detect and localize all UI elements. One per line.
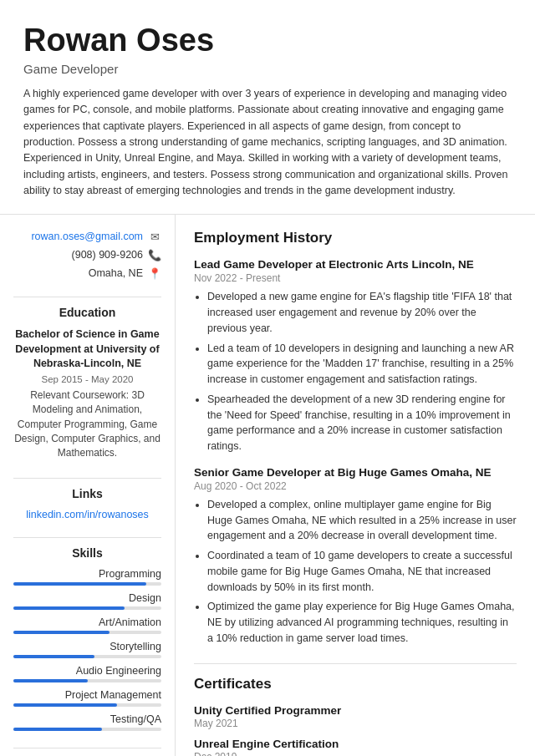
skill-item: Programming bbox=[13, 568, 161, 586]
linkedin-link[interactable]: linkedin.com/in/rowanoses bbox=[26, 509, 149, 520]
skill-bar-bg bbox=[13, 582, 161, 586]
cert-title: Unity Certified Programmer bbox=[194, 704, 517, 717]
job-bullets: Developed a new game engine for EA's fla… bbox=[194, 289, 517, 454]
skill-label: Design bbox=[13, 592, 161, 604]
phone-number: (908) 909-9206 bbox=[72, 249, 143, 261]
divider-1 bbox=[13, 297, 161, 297]
skill-bar-fill bbox=[13, 679, 88, 682]
skill-bar-fill bbox=[13, 655, 94, 658]
job-bullets: Developed a complex, online multiplayer … bbox=[194, 497, 517, 647]
employment-section: Employment History Lead Game Developer a… bbox=[194, 230, 517, 646]
phone-icon: 📞 bbox=[148, 248, 161, 261]
education-dates: Sep 2015 - May 2020 bbox=[13, 374, 161, 384]
skill-bar-bg bbox=[13, 703, 161, 707]
skills-list: Programming Design Art/Animation Storyte… bbox=[13, 568, 161, 731]
skill-bar-bg bbox=[13, 606, 161, 610]
sidebar: rowan.oses@gmail.com ✉ (908) 909-9206 📞 … bbox=[0, 215, 176, 756]
skill-bar-fill bbox=[13, 703, 117, 707]
divider-main-1 bbox=[194, 663, 517, 664]
skill-bar-fill bbox=[13, 582, 146, 586]
skill-item: Storytelling bbox=[13, 641, 161, 658]
job-bullet: Led a team of 10 developers in designing… bbox=[207, 341, 517, 388]
contact-location: Omaha, NE 📍 bbox=[13, 266, 161, 280]
contact-email: rowan.oses@gmail.com ✉ bbox=[13, 230, 161, 243]
location-icon: 📍 bbox=[148, 266, 161, 280]
job-entry: Lead Game Developer at Electronic Arts L… bbox=[194, 258, 517, 454]
contact-section: rowan.oses@gmail.com ✉ (908) 909-9206 📞 … bbox=[13, 230, 161, 280]
contact-phone: (908) 909-9206 📞 bbox=[13, 248, 161, 261]
candidate-summary: A highly experienced game developer with… bbox=[23, 86, 512, 200]
skills-title: Skills bbox=[13, 546, 161, 560]
job-dates: Nov 2022 - Present bbox=[194, 272, 517, 284]
divider-3 bbox=[13, 537, 161, 538]
skill-label: Storytelling bbox=[13, 641, 161, 652]
body-layout: rowan.oses@gmail.com ✉ (908) 909-9206 📞 … bbox=[0, 215, 535, 756]
skill-label: Programming bbox=[13, 568, 161, 580]
employment-title: Employment History bbox=[194, 230, 517, 250]
job-entry: Senior Game Developer at Big Huge Games … bbox=[194, 466, 517, 647]
skill-item: Art/Animation bbox=[13, 616, 161, 634]
job-bullet: Developed a new game engine for EA's fla… bbox=[207, 289, 517, 336]
divider-2 bbox=[13, 478, 161, 479]
cert-date: May 2021 bbox=[194, 718, 517, 729]
skill-bar-bg bbox=[13, 728, 161, 731]
linkedin-link-container: linkedin.com/in/rowanoses bbox=[13, 509, 161, 520]
job-title: Lead Game Developer at Electronic Arts L… bbox=[194, 258, 517, 271]
skill-bar-bg bbox=[13, 655, 161, 658]
education-section: Education Bachelor of Science in Game De… bbox=[13, 306, 161, 460]
certs-section: Certificates Unity Certified Programmer … bbox=[194, 676, 517, 756]
job-bullet: Spearheaded the development of a new 3D … bbox=[207, 392, 517, 454]
header-section: Rowan Oses Game Developer A highly exper… bbox=[0, 0, 535, 215]
job-bullet: Optimized the game play experience for B… bbox=[207, 599, 517, 646]
skill-item: Project Management bbox=[13, 689, 161, 707]
skill-item: Design bbox=[13, 592, 161, 610]
skill-item: Testing/QA bbox=[13, 713, 161, 731]
cert-date: Dec 2019 bbox=[194, 751, 517, 756]
links-title: Links bbox=[13, 487, 161, 500]
education-title: Education bbox=[13, 306, 161, 319]
cert-entry: Unreal Engine Certification Dec 2019 bbox=[194, 738, 517, 756]
skill-bar-bg bbox=[13, 679, 161, 682]
certs-list: Unity Certified Programmer May 2021 Unre… bbox=[194, 704, 517, 756]
education-coursework: Relevant Coursework: 3D Modeling and Ani… bbox=[13, 388, 161, 461]
job-bullet: Coordinated a team of 10 game developers… bbox=[207, 548, 517, 595]
education-degree: Bachelor of Science in Game Development … bbox=[13, 327, 161, 372]
email-link[interactable]: rowan.oses@gmail.com bbox=[31, 231, 143, 242]
candidate-title: Game Developer bbox=[23, 62, 512, 76]
skill-label: Art/Animation bbox=[13, 616, 161, 628]
email-icon: ✉ bbox=[148, 230, 161, 243]
skill-label: Testing/QA bbox=[13, 713, 161, 725]
employment-list: Lead Game Developer at Electronic Arts L… bbox=[194, 258, 517, 646]
resume-wrapper: Rowan Oses Game Developer A highly exper… bbox=[0, 0, 535, 756]
main-content: Employment History Lead Game Developer a… bbox=[176, 215, 535, 756]
skill-bar-fill bbox=[13, 606, 125, 610]
certs-title: Certificates bbox=[194, 676, 517, 696]
candidate-name: Rowan Oses bbox=[23, 23, 512, 58]
skill-label: Audio Engineering bbox=[13, 665, 161, 677]
cert-entry: Unity Certified Programmer May 2021 bbox=[194, 704, 517, 729]
location-text: Omaha, NE bbox=[89, 267, 143, 279]
skill-item: Audio Engineering bbox=[13, 665, 161, 682]
job-dates: Aug 2020 - Oct 2022 bbox=[194, 480, 517, 492]
cert-title: Unreal Engine Certification bbox=[194, 738, 517, 750]
job-bullet: Developed a complex, online multiplayer … bbox=[207, 497, 517, 544]
job-title: Senior Game Developer at Big Huge Games … bbox=[194, 466, 517, 479]
links-section: Links linkedin.com/in/rowanoses bbox=[13, 487, 161, 520]
skills-section: Skills Programming Design Art/Animation … bbox=[13, 546, 161, 731]
skill-bar-bg bbox=[13, 631, 161, 634]
skill-bar-fill bbox=[13, 728, 102, 731]
divider-4 bbox=[13, 748, 161, 748]
skill-bar-fill bbox=[13, 631, 110, 634]
skill-label: Project Management bbox=[13, 689, 161, 701]
